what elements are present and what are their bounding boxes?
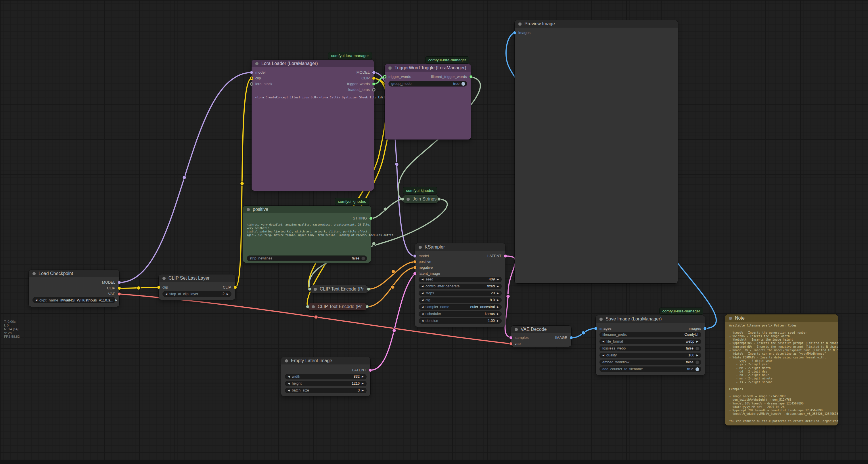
- increment-arrow-icon[interactable]: ▶: [497, 306, 499, 308]
- widget-scheduler[interactable]: ◀schedulerkarras▶: [419, 312, 501, 316]
- output-slot-images[interactable]: [703, 327, 707, 330]
- node-clip-text-encode-positive[interactable]: CLIP Text Encode (Pr: [310, 285, 369, 293]
- node-positive-prompt[interactable]: positiveSTRINGstrip_newlinesfalsehighres…: [243, 206, 371, 263]
- node-titlebar[interactable]: Lora Loader (LoraManager): [252, 60, 374, 67]
- widget-batch-size[interactable]: ◀batch_size3▶: [285, 388, 366, 393]
- node-titlebar[interactable]: TriggerWord Toggle (LoraManager): [385, 64, 471, 71]
- widget-filename-prefix[interactable]: filename_prefixComfyUI: [600, 332, 701, 337]
- widget-file-format[interactable]: ◀file_formatwebp▶: [600, 339, 701, 344]
- widget-width[interactable]: ◀width832▶: [285, 374, 366, 379]
- input-slot-clip[interactable]: [157, 286, 160, 289]
- collapsed-input-dot[interactable]: [401, 197, 404, 201]
- increment-arrow-icon[interactable]: ▶: [497, 298, 499, 301]
- widget-strip-newlines[interactable]: strip_newlinesfalse: [247, 256, 367, 261]
- output-slot-CLIP[interactable]: [118, 287, 121, 290]
- collapsed-output-dot[interactable]: [365, 305, 369, 308]
- decrement-arrow-icon[interactable]: ◀: [165, 293, 167, 295]
- input-slot-positive[interactable]: [413, 260, 416, 263]
- output-slot-CLIP[interactable]: [234, 286, 237, 289]
- collapse-dot[interactable]: [518, 23, 522, 26]
- input-slot-model[interactable]: [250, 71, 253, 74]
- collapsed-output-dot[interactable]: [367, 287, 370, 291]
- node-join-strings[interactable]: Join Strings: [403, 195, 439, 203]
- decrement-arrow-icon[interactable]: ◀: [422, 312, 424, 315]
- widget-group-mode[interactable]: group_modetrue: [389, 81, 467, 86]
- collapsed-output-dot[interactable]: [437, 197, 441, 201]
- output-slot-CLIP[interactable]: [372, 77, 375, 80]
- input-slot-vae[interactable]: [509, 342, 513, 346]
- increment-arrow-icon[interactable]: ▶: [362, 389, 364, 392]
- decrement-arrow-icon[interactable]: ◀: [422, 278, 424, 281]
- node-save-image[interactable]: Save Image (LoraManager)imagesimagesfile…: [596, 315, 705, 375]
- node-text-content[interactable]: <lora:CreateConcept_Illustrious:0.8> <lo…: [255, 95, 399, 99]
- node-titlebar[interactable]: VAE Decode: [511, 326, 571, 333]
- output-slot-LATENT[interactable]: [369, 369, 372, 372]
- increment-arrow-icon[interactable]: ▶: [226, 293, 228, 295]
- output-slot-trigger-words[interactable]: [372, 82, 375, 86]
- output-slot-filtered-trigger-words[interactable]: [469, 75, 473, 79]
- node-titlebar[interactable]: Load Checkpoint: [29, 270, 119, 277]
- decrement-arrow-icon[interactable]: ◀: [422, 306, 424, 308]
- output-slot-MODEL[interactable]: [118, 281, 121, 284]
- collapse-dot[interactable]: [312, 305, 315, 308]
- widget-sampler-name[interactable]: ◀sampler_nameeuler_ancestral▶: [419, 304, 501, 310]
- widget-height[interactable]: ◀height1216▶: [285, 381, 366, 386]
- node-note[interactable]: NoteAvailable filename_prefix Pattern Co…: [725, 314, 838, 426]
- node-titlebar[interactable]: KSampler: [415, 243, 505, 251]
- widget-denoise[interactable]: ◀denoise1.00▶: [419, 318, 501, 323]
- node-clip-text-encode-negative[interactable]: CLIP Text Encode (Pr: [308, 303, 367, 310]
- node-triggerword-toggle[interactable]: TriggerWord Toggle (LoraManager)trigger_…: [385, 64, 471, 140]
- node-vae-decode[interactable]: VAE DecodesamplesvaeIMAGE: [511, 326, 571, 347]
- node-ksampler[interactable]: KSamplermodelpositivenegativelatent_imag…: [415, 243, 505, 327]
- widget-add-counter-to-filename[interactable]: add_counter_to_filenametrue: [600, 367, 701, 372]
- collapse-dot[interactable]: [255, 62, 258, 65]
- increment-arrow-icon[interactable]: ▶: [497, 292, 499, 295]
- output-slot-VAE[interactable]: [118, 292, 121, 296]
- collapsed-input-dot[interactable]: [306, 305, 309, 308]
- widget-seed[interactable]: ◀seed409▶: [419, 277, 501, 282]
- node-clip-set-last-layer[interactable]: CLIP Set Last LayerclipCLIP◀stop_at_clip…: [159, 274, 235, 300]
- node-preview-image[interactable]: Preview Imageimages: [515, 20, 678, 283]
- increment-arrow-icon[interactable]: ▶: [497, 285, 499, 288]
- input-slot-lora-stack[interactable]: [250, 82, 253, 86]
- input-slot-trigger-words[interactable]: [383, 75, 386, 79]
- node-empty-latent-image[interactable]: Empty Latent ImageLATENT◀width832▶◀heigh…: [281, 357, 370, 396]
- increment-arrow-icon[interactable]: ▶: [497, 312, 499, 315]
- output-slot-LATENT[interactable]: [504, 254, 507, 258]
- increment-arrow-icon[interactable]: ▶: [696, 354, 699, 357]
- output-slot-loaded-loras[interactable]: [372, 88, 375, 91]
- increment-arrow-icon[interactable]: ▶: [362, 375, 364, 378]
- node-text-content[interactable]: Available filename_prefix Pattern Codes …: [729, 324, 838, 423]
- collapse-dot[interactable]: [418, 246, 422, 249]
- decrement-arrow-icon[interactable]: ◀: [422, 292, 424, 295]
- collapse-dot[interactable]: [515, 328, 518, 331]
- collapse-dot[interactable]: [247, 208, 250, 211]
- decrement-arrow-icon[interactable]: ◀: [288, 389, 290, 392]
- collapsed-input-dot[interactable]: [308, 287, 311, 291]
- input-slot-images[interactable]: [513, 31, 516, 34]
- collapse-dot[interactable]: [599, 318, 602, 321]
- widget-quality[interactable]: ◀quality100▶: [600, 353, 701, 358]
- toggle-knob-icon[interactable]: [461, 82, 465, 86]
- widget-lossless-webp[interactable]: lossless_webpfalse: [600, 346, 701, 351]
- increment-arrow-icon[interactable]: ▶: [497, 278, 499, 281]
- input-slot-samples[interactable]: [509, 336, 513, 340]
- toggle-knob-icon[interactable]: [695, 347, 699, 350]
- node-titlebar[interactable]: Empty Latent Image: [281, 357, 370, 365]
- decrement-arrow-icon[interactable]: ◀: [288, 382, 290, 385]
- widget-steps[interactable]: ◀steps20▶: [419, 291, 501, 296]
- node-lora-loader[interactable]: Lora Loader (LoraManager)modelcliplora_s…: [252, 60, 374, 191]
- widget-control-after-generate[interactable]: ◀control after generatefixed▶: [419, 284, 501, 289]
- collapse-dot[interactable]: [32, 272, 36, 275]
- collapse-dot[interactable]: [162, 277, 165, 280]
- decrement-arrow-icon[interactable]: ◀: [602, 340, 604, 343]
- input-slot-model[interactable]: [413, 254, 416, 258]
- widget-ckpt-name[interactable]: ◀ckpt_nameil\waiNSFWIllustrious_v110.s..…: [33, 297, 115, 303]
- node-load-checkpoint[interactable]: Load CheckpointMODELCLIPVAE◀ckpt_nameil\…: [29, 270, 119, 307]
- collapse-dot[interactable]: [314, 288, 317, 291]
- decrement-arrow-icon[interactable]: ◀: [422, 298, 424, 301]
- toggle-knob-icon[interactable]: [695, 360, 699, 364]
- increment-arrow-icon[interactable]: ▶: [362, 382, 364, 385]
- node-titlebar[interactable]: positive: [243, 206, 371, 213]
- widget-embed-workflow[interactable]: embed_workflowfalse: [600, 360, 701, 365]
